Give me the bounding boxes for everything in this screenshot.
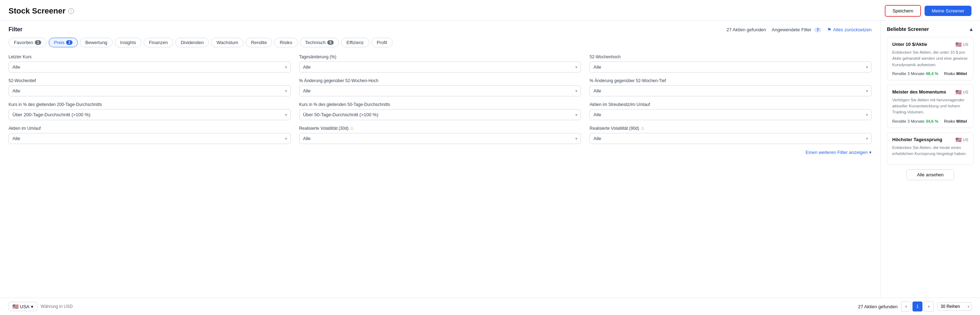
filter-group-vola-30: Realisierte Volatilität (30d)⚠Alle <box>299 126 581 144</box>
alle-ansehen-button[interactable]: Alle ansehen <box>907 169 954 180</box>
tab-label: Effizienz <box>347 40 364 45</box>
rows-selector[interactable]: 30 Reihen 50 Reihen 100 Reihen <box>937 302 972 311</box>
card-flag-tagessprung: 🇺🇸 <box>956 137 961 143</box>
tab-technisch[interactable]: Technisch5 <box>300 38 339 47</box>
country-selector[interactable]: 🇺🇸 USA ▾ <box>8 302 37 311</box>
main-layout: Filter 27 Aktien gefunden Angewendete Fi… <box>0 21 980 298</box>
card-market-tagessprung: US <box>963 138 968 142</box>
left-panel: Filter 27 Aktien gefunden Angewendete Fi… <box>0 21 880 298</box>
alle-ansehen-wrapper: Alle ansehen <box>887 169 974 180</box>
meine-screener-button[interactable]: Meine Screener <box>924 6 972 16</box>
filter-label-kurs-200: Kurs in % des gleitenden 200-Tage-Durchs… <box>8 102 291 107</box>
tab-finanzen[interactable]: Finanzen <box>143 38 173 47</box>
select-letzter-kurs[interactable]: Alle <box>8 62 291 73</box>
filter-label-wochenhoch: 52-Wochenhoch <box>590 54 872 59</box>
filter-bar-right: 27 Aktien gefunden Angewendete Filter 7 … <box>727 27 872 32</box>
sidebar-cards: Unter 10 $/Aktie 🇺🇸 US Entdecken Sie Akt… <box>887 37 974 165</box>
info-icon[interactable]: i <box>68 8 74 14</box>
prev-page-button[interactable]: ‹ <box>901 301 911 312</box>
filter-bar: Filter 27 Aktien gefunden Angewendete Fi… <box>8 26 872 33</box>
aktien-gefunden: 27 Aktien gefunden <box>727 27 766 32</box>
tab-label: Finanzen <box>149 40 168 45</box>
tab-risiko[interactable]: Risiko <box>274 38 298 47</box>
help-icon-vola-30[interactable]: ⚠ <box>350 126 354 131</box>
page-title: Stock Screener <box>8 6 65 16</box>
filter-title: Filter <box>8 26 22 33</box>
card-title-unter10: Unter 10 $/Aktie <box>892 41 927 47</box>
filter-group-wochenhoch: 52-WochenhochAlle <box>590 54 872 73</box>
tab-effizienz[interactable]: Effizienz <box>341 38 369 47</box>
select-vola-90[interactable]: Alle <box>590 133 872 144</box>
reset-all-button[interactable]: ⚑ Alles zurücksetzen <box>827 27 872 32</box>
filter-group-kurs-50: Kurs in % des gleitenden 50-Tage-Durchsc… <box>299 102 581 120</box>
filter-label-letzter-kurs: Letzter Kurs <box>8 54 291 59</box>
sidebar-collapse-icon[interactable]: ▲ <box>969 26 974 32</box>
filter-group-aend-hoch: % Änderung gegenüber 52-Wochen-HochAlle <box>299 78 581 96</box>
card-desc-momentum: Verfolgen Sie Aktien mit hervorragender … <box>892 97 968 116</box>
select-wrapper-letzter-kurs: Alle <box>8 62 291 73</box>
tab-label: Preis <box>54 40 65 45</box>
page-1-button[interactable]: 1 <box>913 301 923 312</box>
filter-group-wochen-tief: 52-WochentiefAlle <box>8 78 291 96</box>
tab-preis[interactable]: Preis2 <box>49 38 78 47</box>
screener-card-unter10[interactable]: Unter 10 $/Aktie 🇺🇸 US Entdecken Sie Akt… <box>887 37 974 80</box>
card-header-tagessprung: Höchster Tagessprung 🇺🇸 US <box>892 137 968 143</box>
select-aend-tief[interactable]: Alle <box>590 85 872 96</box>
currency-label: Währung in USD <box>41 304 73 309</box>
filter-label-aktien-umlauf: Aktien im Umlauf <box>8 126 291 131</box>
tab-insights[interactable]: Insights <box>115 38 142 47</box>
save-button[interactable]: Speichern <box>885 5 921 17</box>
select-wochen-tief[interactable]: Alle <box>8 85 291 96</box>
select-tagesaenderung[interactable]: Alle <box>299 62 581 73</box>
select-streubesitz[interactable]: Alle <box>590 109 872 120</box>
show-more-button[interactable]: Einen weiteren Filter anzeigen ▾ <box>805 150 872 155</box>
filter-count-badge: 7 <box>814 27 821 32</box>
right-sidebar: Beliebte Screener ▲ Unter 10 $/Aktie 🇺🇸 … <box>880 21 980 298</box>
footer-aktien-count: 27 Aktien gefunden <box>858 304 897 309</box>
rows-selector-wrapper: 30 Reihen 50 Reihen 100 Reihen <box>937 302 972 311</box>
tab-favoriten[interactable]: Favoriten1 <box>8 38 46 47</box>
filter-label-vola-90: Realisierte Volatilität (90d)⚠ <box>590 126 872 131</box>
select-kurs-50[interactable]: Über 50-Tage-Durchschnitt (>100 %) <box>299 109 581 120</box>
tab-badge-technisch: 5 <box>327 40 334 45</box>
risiko-value: Mittel <box>956 119 967 123</box>
filter-label-aend-tief: % Änderung gegenüber 52-Wochen-Tief <box>590 78 872 83</box>
select-aktien-umlauf[interactable]: Alle <box>8 133 291 144</box>
tab-wachstum[interactable]: Wachstum <box>211 38 243 47</box>
footer: 🇺🇸 USA ▾ Währung in USD 27 Aktien gefund… <box>0 298 980 315</box>
tab-dividenden[interactable]: Dividenden <box>175 38 209 47</box>
tab-profil[interactable]: Profil <box>371 38 393 47</box>
rendite-value: 34,6 % <box>926 119 939 123</box>
filter-label-vola-30: Realisierte Volatilität (30d)⚠ <box>299 126 581 131</box>
tab-label: Risiko <box>280 40 292 45</box>
select-vola-30[interactable]: Alle <box>299 133 581 144</box>
select-aend-hoch[interactable]: Alle <box>299 85 581 96</box>
card-title-momentum: Meister des Momentums <box>892 89 946 95</box>
select-wrapper-wochenhoch: Alle <box>590 62 872 73</box>
select-wrapper-tagesaenderung: Alle <box>299 62 581 73</box>
tab-label: Dividenden <box>180 40 204 45</box>
footer-right: 27 Aktien gefunden ‹ 1 › 30 Reihen 50 Re… <box>858 301 972 312</box>
screener-card-tagessprung[interactable]: Höchster Tagessprung 🇺🇸 US Entdecken Sie… <box>887 132 974 165</box>
tab-label: Favoriten <box>14 40 33 45</box>
help-icon-vola-90[interactable]: ⚠ <box>641 126 644 131</box>
sidebar-header: Beliebte Screener ▲ <box>887 26 974 32</box>
select-wochenhoch[interactable]: Alle <box>590 62 872 73</box>
footer-left: 🇺🇸 USA ▾ Währung in USD <box>8 302 73 311</box>
select-kurs-200[interactable]: Über 200-Tage-Durchschnitt (>100 %) <box>8 109 291 120</box>
tab-label: Bewertung <box>85 40 107 45</box>
card-header-unter10: Unter 10 $/Aktie 🇺🇸 US <box>892 41 968 47</box>
next-page-button[interactable]: › <box>924 301 934 312</box>
tab-rendite[interactable]: Rendite <box>245 38 272 47</box>
filter-group-vola-90: Realisierte Volatilität (90d)⚠Alle <box>590 126 872 144</box>
filter-group-aend-tief: % Änderung gegenüber 52-Wochen-TiefAlle <box>590 78 872 96</box>
filter-group-aktien-umlauf: Aktien im UmlaufAlle <box>8 126 291 144</box>
filter-group-tagesaenderung: Tagesänderung (%)Alle <box>299 54 581 73</box>
select-wrapper-kurs-50: Über 50-Tage-Durchschnitt (>100 %) <box>299 109 581 120</box>
show-more-section: Einen weiteren Filter anzeigen ▾ <box>8 150 872 155</box>
tab-bewertung[interactable]: Bewertung <box>80 38 113 47</box>
tab-label: Rendite <box>251 40 267 45</box>
tab-badge-favoriten: 1 <box>35 40 41 45</box>
screener-card-momentum[interactable]: Meister des Momentums 🇺🇸 US Verfolgen Si… <box>887 84 974 128</box>
chevron-down-icon: ▾ <box>869 150 872 155</box>
